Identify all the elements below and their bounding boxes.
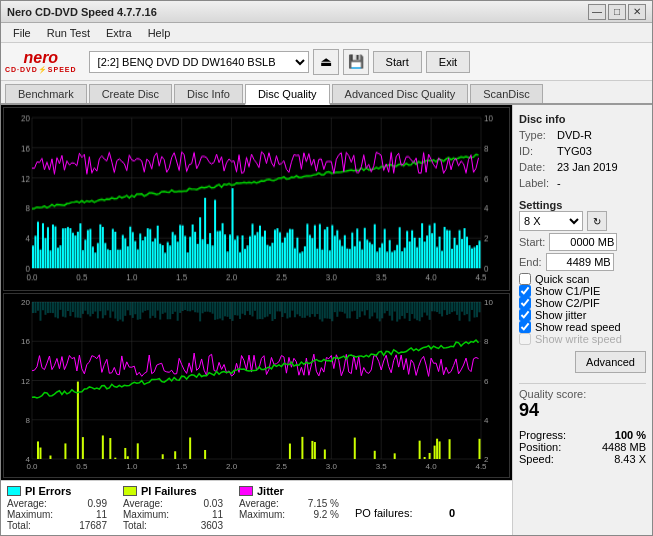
pi-failures-header: PI Failures: [123, 485, 223, 497]
show-read-speed-row: Show read speed: [519, 321, 646, 333]
nero-logo-text: nero: [23, 50, 58, 66]
pi-errors-stats: Average: 0.99 Maximum: 11 Total: 17687: [7, 498, 107, 531]
tab-disc-quality[interactable]: Disc Quality: [245, 84, 330, 105]
show-jitter-checkbox[interactable]: [519, 309, 531, 321]
show-read-speed-checkbox[interactable]: [519, 321, 531, 333]
content-area: PI Errors Average: 0.99 Maximum: 11: [1, 105, 652, 535]
show-c2pif-checkbox[interactable]: [519, 297, 531, 309]
tab-benchmark[interactable]: Benchmark: [5, 84, 87, 103]
show-jitter-row: Show jitter: [519, 309, 646, 321]
minimize-button[interactable]: —: [588, 4, 606, 20]
show-c1pie-row: Show C1/PIE: [519, 285, 646, 297]
tab-advanced-disc-quality[interactable]: Advanced Disc Quality: [332, 84, 469, 103]
show-c1pie-checkbox[interactable]: [519, 285, 531, 297]
drive-selector[interactable]: [2:2] BENQ DVD DD DW1640 BSLB: [89, 51, 309, 73]
menu-bar: File Run Test Extra Help: [1, 23, 652, 43]
quality-score-section: Quality score: 94: [519, 383, 646, 421]
speed-selector[interactable]: 8 X: [519, 211, 583, 231]
bottom-chart: [3, 293, 510, 478]
start-row: Start:: [519, 233, 646, 251]
window-title: Nero CD-DVD Speed 4.7.7.16: [7, 6, 588, 18]
pi-errors-color: [7, 486, 21, 496]
toolbar: nero CD·DVD⚡SPEED [2:2] BENQ DVD DD DW16…: [1, 43, 652, 81]
quality-score-value: 94: [519, 400, 646, 421]
close-button[interactable]: ✕: [628, 4, 646, 20]
start-input[interactable]: [549, 233, 617, 251]
refresh-icon[interactable]: ↻: [587, 211, 607, 231]
jitter-stats: Average: 7.15 % Maximum: 9.2 %: [239, 498, 339, 520]
legend-po: PO failures: 0: [355, 485, 455, 519]
left-panel: PI Errors Average: 0.99 Maximum: 11: [1, 105, 512, 535]
menu-run-test[interactable]: Run Test: [39, 25, 98, 41]
menu-extra[interactable]: Extra: [98, 25, 140, 41]
disc-id-row: ID: TYG03: [519, 145, 646, 157]
disc-date-row: Date: 23 Jan 2019: [519, 161, 646, 173]
settings-title: Settings: [519, 199, 646, 211]
bottom-chart-canvas: [4, 294, 509, 477]
sidebar: Disc info Type: DVD-R ID: TYG03 Date: 23…: [512, 105, 652, 535]
start-button[interactable]: Start: [373, 51, 422, 73]
speed-row: 8 X ↻: [519, 211, 646, 231]
progress-row: Progress: 100 %: [519, 429, 646, 441]
disc-label-row: Label: -: [519, 177, 646, 189]
tab-create-disc[interactable]: Create Disc: [89, 84, 172, 103]
top-chart-canvas: [4, 108, 509, 290]
tabs-bar: Benchmark Create Disc Disc Info Disc Qua…: [1, 81, 652, 105]
pi-errors-label: PI Errors: [25, 485, 71, 497]
eject-icon[interactable]: ⏏: [313, 49, 339, 75]
show-write-speed-row: Show write speed: [519, 333, 646, 345]
charts-wrapper: [1, 105, 512, 480]
title-bar: Nero CD-DVD Speed 4.7.7.16 — □ ✕: [1, 1, 652, 23]
end-input[interactable]: [546, 253, 614, 271]
disc-type-row: Type: DVD-R: [519, 129, 646, 141]
jitter-label: Jitter: [257, 485, 284, 497]
top-chart: [3, 107, 510, 291]
window-controls: — □ ✕: [588, 4, 646, 20]
show-write-speed-checkbox[interactable]: [519, 333, 531, 345]
pi-errors-header: PI Errors: [7, 485, 107, 497]
menu-file[interactable]: File: [5, 25, 39, 41]
speed-row-progress: Speed: 8.43 X: [519, 453, 646, 465]
tab-disc-info[interactable]: Disc Info: [174, 84, 243, 103]
disc-info-title: Disc info: [519, 113, 646, 125]
legend-pi-errors: PI Errors Average: 0.99 Maximum: 11: [7, 485, 107, 531]
menu-help[interactable]: Help: [140, 25, 179, 41]
save-icon[interactable]: 💾: [343, 49, 369, 75]
advanced-button[interactable]: Advanced: [575, 351, 646, 373]
tab-scandisc[interactable]: ScanDisc: [470, 84, 542, 103]
pi-failures-label: PI Failures: [141, 485, 197, 497]
position-row: Position: 4488 MB: [519, 441, 646, 453]
show-c2pif-row: Show C2/PIF: [519, 297, 646, 309]
legend-jitter: Jitter Average: 7.15 % Maximum: 9.2 %: [239, 485, 339, 520]
quick-scan-checkbox[interactable]: [519, 273, 531, 285]
legend-panel: PI Errors Average: 0.99 Maximum: 11: [1, 480, 512, 535]
cdspeed-logo-text: CD·DVD⚡SPEED: [5, 66, 77, 74]
exit-button[interactable]: Exit: [426, 51, 470, 73]
legend-row: PI Errors Average: 0.99 Maximum: 11: [7, 485, 455, 531]
quality-score-label: Quality score:: [519, 388, 586, 400]
main-window: Nero CD-DVD Speed 4.7.7.16 — □ ✕ File Ru…: [0, 0, 653, 536]
legend-pi-failures: PI Failures Average: 0.03 Maximum: 11: [123, 485, 223, 531]
logo: nero CD·DVD⚡SPEED: [5, 50, 77, 74]
pi-failures-stats: Average: 0.03 Maximum: 11 Total: 3603: [123, 498, 223, 531]
jitter-color: [239, 486, 253, 496]
end-row: End:: [519, 253, 646, 271]
quick-scan-row: Quick scan: [519, 273, 646, 285]
settings-section: Settings 8 X ↻ Start: End: Qui: [519, 197, 646, 373]
progress-section: Progress: 100 % Position: 4488 MB Speed:…: [519, 429, 646, 465]
maximize-button[interactable]: □: [608, 4, 626, 20]
pi-failures-color: [123, 486, 137, 496]
jitter-header: Jitter: [239, 485, 339, 497]
